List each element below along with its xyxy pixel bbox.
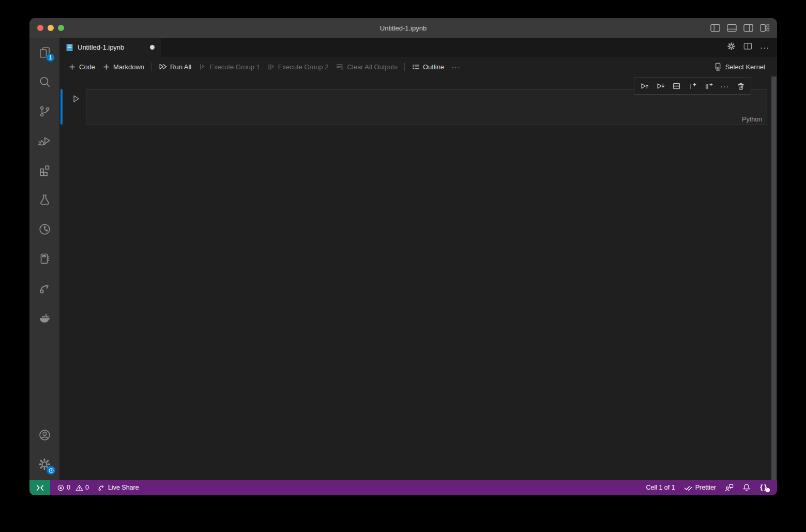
warning-count: 0 <box>85 484 89 491</box>
extensions-icon[interactable] <box>36 162 53 178</box>
execute-group-1-button[interactable]: Execute Group 1 <box>195 61 264 73</box>
outline-button[interactable]: Outline <box>408 60 448 73</box>
execute-above-cells-icon[interactable] <box>638 80 650 93</box>
search-icon[interactable] <box>36 73 53 90</box>
insert-cell-icon[interactable] <box>687 80 699 93</box>
cell-more-actions-icon[interactable]: ··· <box>719 80 731 93</box>
live-share-label: Live Share <box>108 484 139 491</box>
notebook-settings-gear-icon[interactable] <box>727 42 736 53</box>
toolbar-more-button[interactable]: ··· <box>448 61 464 73</box>
run-all-label: Run All <box>170 63 191 71</box>
run-all-icon <box>158 63 167 71</box>
split-editor-icon[interactable] <box>743 42 752 52</box>
editor-group: Untitled-1.ipynb ··· <box>59 38 777 480</box>
activity-bar: 1 <box>29 38 59 480</box>
warning-icon <box>75 484 83 492</box>
double-check-icon <box>684 484 693 491</box>
docker-icon[interactable] <box>36 309 53 326</box>
layout-controls <box>710 18 770 38</box>
add-code-cell-button[interactable]: Code <box>65 61 99 73</box>
toggle-primary-sidebar-button[interactable] <box>710 24 720 32</box>
add-markdown-label: Markdown <box>113 63 144 71</box>
more-actions-icon: ··· <box>451 63 461 71</box>
braces-status-icon[interactable]: { } <box>759 483 770 492</box>
clear-all-outputs-label: Clear All Outputs <box>347 63 398 71</box>
vscode-window: Untitled-1.ipynb <box>29 18 777 495</box>
add-markdown-cell-button[interactable]: Markdown <box>99 61 148 73</box>
explorer-badge: 1 <box>46 53 55 62</box>
notebook-toolbar: Code Markdown Run All <box>59 57 777 77</box>
delete-cell-icon[interactable] <box>735 80 747 93</box>
plus-icon <box>102 63 110 71</box>
insert-cells-icon[interactable] <box>703 80 715 93</box>
notifications-bell-icon[interactable] <box>742 483 751 492</box>
execute-group-2-icon <box>267 63 275 71</box>
editor-scrollbar <box>771 77 777 480</box>
title-bar: Untitled-1.ipynb <box>29 18 777 38</box>
minimize-window-button[interactable] <box>48 25 54 31</box>
execute-group-1-label: Execute Group 1 <box>209 63 260 71</box>
live-share-status-item[interactable]: Live Share <box>97 483 139 492</box>
remote-indicator[interactable] <box>29 480 50 495</box>
live-share-icon[interactable] <box>36 280 53 296</box>
more-actions-icon[interactable]: ··· <box>760 43 769 51</box>
notebook-icon[interactable] <box>36 250 53 267</box>
window-title: Untitled-1.ipynb <box>380 24 427 32</box>
prettier-status-item[interactable]: Prettier <box>684 484 716 491</box>
explorer-icon[interactable]: 1 <box>36 44 53 60</box>
tab-untitled-1-ipynb[interactable]: Untitled-1.ipynb <box>59 38 161 57</box>
select-kernel-button[interactable]: Select Kernel <box>710 60 769 73</box>
live-share-icon <box>97 483 105 492</box>
git-graph-icon[interactable] <box>36 221 53 237</box>
window-controls <box>37 18 64 38</box>
toolbar-separator <box>404 63 405 71</box>
status-bar: 0 0 Live Share Cell 1 of 1 <box>29 480 777 495</box>
play-icon <box>71 94 81 103</box>
activity-bar-bottom <box>36 427 53 480</box>
notebook-canvas[interactable]: ··· <box>59 77 777 480</box>
kernel-icon <box>713 62 722 71</box>
toggle-panel-button[interactable] <box>727 24 737 32</box>
execute-cell-and-below-icon[interactable] <box>654 80 666 93</box>
execute-group-2-button[interactable]: Execute Group 2 <box>264 61 332 73</box>
tab-label: Untitled-1.ipynb <box>78 43 124 51</box>
execute-group-2-label: Execute Group 2 <box>278 63 329 71</box>
settings-gear-icon[interactable] <box>36 456 53 473</box>
outline-label: Outline <box>423 63 444 71</box>
split-cell-icon[interactable] <box>670 80 682 93</box>
main-area: 1 <box>29 38 777 480</box>
status-bar-right: Cell 1 of 1 Prettier <box>646 483 777 492</box>
scrollbar-thumb[interactable] <box>771 77 777 480</box>
cell-focus-bar[interactable] <box>60 89 63 125</box>
source-control-icon[interactable] <box>36 103 53 119</box>
account-icon[interactable] <box>36 427 53 443</box>
error-icon <box>57 484 65 492</box>
error-count: 0 <box>67 484 70 491</box>
editor-actions: ··· <box>727 38 777 57</box>
cell-position-indicator[interactable]: Cell 1 of 1 <box>646 484 675 491</box>
modified-dot-icon[interactable] <box>150 45 155 50</box>
problems-indicator[interactable]: 0 0 <box>57 484 89 492</box>
screen: Untitled-1.ipynb <box>0 0 806 532</box>
add-code-label: Code <box>79 63 95 71</box>
tab-bar: Untitled-1.ipynb ··· <box>59 38 777 57</box>
feedback-icon[interactable] <box>725 483 734 492</box>
plus-icon <box>68 63 76 71</box>
run-all-button[interactable]: Run All <box>155 60 195 73</box>
close-window-button[interactable] <box>37 25 43 31</box>
toggle-secondary-sidebar-button[interactable] <box>743 24 753 32</box>
run-and-debug-icon[interactable] <box>36 132 53 149</box>
status-bar-left: 0 0 Live Share <box>50 483 139 492</box>
prettier-label: Prettier <box>695 484 716 491</box>
settings-clock-badge <box>47 466 55 475</box>
customize-layout-button[interactable] <box>760 24 770 32</box>
cell-toolbar: ··· <box>634 78 751 95</box>
clear-all-outputs-button[interactable]: Clear All Outputs <box>332 60 401 73</box>
run-cell-button[interactable] <box>70 93 82 104</box>
cell-language-picker[interactable]: Python <box>742 116 762 123</box>
outline-list-icon <box>412 63 420 71</box>
testing-icon[interactable] <box>36 191 53 208</box>
remote-icon <box>36 484 44 491</box>
select-kernel-label: Select Kernel <box>725 63 765 71</box>
zoom-window-button[interactable] <box>58 25 64 31</box>
